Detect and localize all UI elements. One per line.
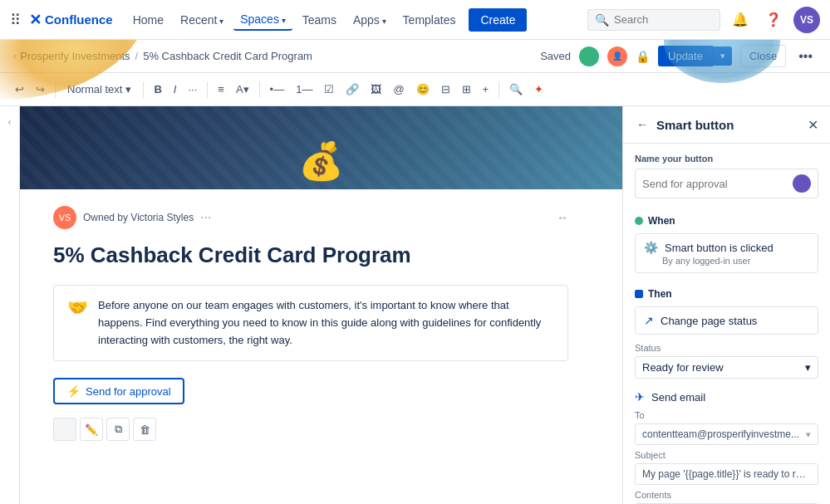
status-dropdown-icon: ▾ [805,361,811,374]
bullet-list-button[interactable]: •— [265,80,290,99]
copy-button[interactable]: ⧉ [106,418,130,441]
panel-back-button[interactable]: ← [635,116,650,133]
name-input[interactable] [642,178,788,190]
panel-close-button[interactable]: ✕ [808,117,818,133]
user-avatar[interactable]: VS [793,7,820,33]
bold-button[interactable]: B [149,80,166,99]
send-email-icon: ✈ [635,390,645,404]
search-bar[interactable]: 🔍 [587,9,720,31]
trigger-card-header: ⚙️ Smart button is clicked [644,241,809,254]
button-edit-toolbar: ✏️ ⧉ 🗑 [53,418,568,441]
edit-button[interactable]: ✏️ [80,418,103,441]
top-navigation: ⠿ ✕ Confluence Home Recent Spaces Teams … [0,0,830,40]
italic-button[interactable]: I [169,80,182,99]
when-section-header: When [623,208,830,230]
subject-label: Subject [635,450,818,460]
change-status-card[interactable]: ↗ Change page status [635,306,818,335]
owner-more-button[interactable]: ··· [200,210,211,225]
trigger-card[interactable]: ⚙️ Smart button is clicked By any logged… [635,233,818,273]
nav-templates[interactable]: Templates [396,10,463,30]
numbered-list-button[interactable]: 1— [291,80,317,99]
nav-apps[interactable]: Apps [346,10,393,30]
text-color-button[interactable]: A▾ [231,80,254,99]
when-indicator [635,217,643,225]
send-email-header: ✈ Send email [635,390,818,404]
search-input[interactable] [614,13,713,26]
expand-icon[interactable]: ↔ [557,211,568,224]
smart-button-widget[interactable]: ⚡ Send for approval [53,378,184,404]
info-box-emoji: 🤝 [67,297,88,349]
layout-button[interactable]: ⊞ [457,80,476,99]
logo-icon: ✕ [29,11,42,29]
page-content: VS Owned by Victoria Styles ··· ↔ 5% Cas… [20,189,602,458]
nav-recent[interactable]: Recent [174,10,230,30]
to-dropdown-icon: ▾ [806,429,811,440]
status-label: Status [635,343,818,353]
saved-status: Saved [540,50,571,62]
help-button[interactable]: ❓ [760,7,787,33]
mention-button[interactable]: @ [388,80,409,99]
more-options-button[interactable]: ••• [794,45,817,68]
collaborator-avatar [579,46,599,66]
info-box-text: Before anyone on our team engages with c… [98,297,554,349]
toolbar-separator-2 [143,81,144,98]
change-status-header: ↗ Change page status [644,314,809,327]
breadcrumb-current: 5% Cashback Credit Card Program [143,50,312,62]
page-title: 5% Cashback Credit Card Program [53,242,568,268]
smart-button-label: Send for approval [86,385,171,398]
drag-handle[interactable] [53,418,76,441]
lightning-icon: ⚡ [66,384,81,398]
logo-text: Confluence [45,12,113,27]
delete-button[interactable]: 🗑 [133,418,156,441]
then-indicator [635,290,643,298]
chevron-down-icon: ▾ [125,83,131,95]
name-input-avatar [793,174,811,193]
smart-button-icon[interactable]: ✦ [529,80,548,99]
nav-home[interactable]: Home [126,10,170,30]
create-button[interactable]: Create [469,8,527,32]
link-button[interactable]: 🔗 [341,80,364,99]
send-email-title: Send email [651,391,705,404]
editor-area: 💰 VS Owned by Victoria Styles ··· ↔ 5% C… [20,106,622,504]
more-formatting-button[interactable]: ··· [183,80,202,99]
task-list-button[interactable]: ☑ [319,80,339,99]
lock-icon[interactable]: 🔒 [636,50,650,63]
subject-input[interactable]: My page '{{page.title}}' is ready to rev… [635,463,818,485]
trigger-subtitle: By any logged-in user [662,256,809,266]
send-email-section: ✈ Send email To contentteam@prosperifyin… [623,384,830,504]
to-label: To [635,410,818,420]
when-label-text: When [648,215,675,227]
search-in-doc-button[interactable]: 🔍 [504,80,528,99]
grid-icon[interactable]: ⠿ [10,11,21,29]
smart-button-panel: ← Smart button ✕ Name your button When ⚙… [622,106,830,504]
panel-name-section: Name your button [623,144,830,208]
toolbar-separator-5 [498,81,499,98]
table-button[interactable]: ⊟ [436,80,455,99]
status-select[interactable]: Ready for review ▾ [635,356,818,379]
to-input[interactable]: contentteam@prosperifyinvestme... ▾ [635,423,818,445]
notifications-button[interactable]: 🔔 [727,7,754,33]
status-section: Status Ready for review ▾ [623,338,830,384]
change-status-icon: ↗ [644,314,654,327]
owner-avatar: VS [53,206,76,229]
image-button[interactable]: 🖼 [366,80,386,99]
status-value: Ready for review [642,361,724,374]
sidebar-toggle[interactable]: ‹ [0,106,20,504]
name-input-wrapper[interactable] [635,169,818,198]
then-section-header: Then [623,281,830,303]
align-button[interactable]: ≡ [213,80,229,99]
smart-button-container: ⚡ Send for approval ✏️ ⧉ 🗑 [53,378,568,441]
chevron-left-icon: ‹ [8,116,12,128]
trigger-title: Smart button is clicked [665,242,774,254]
change-status-title: Change page status [661,315,757,327]
toolbar-separator-3 [207,81,208,98]
name-label: Name your button [635,154,818,164]
then-label-text: Then [648,288,672,300]
breadcrumb-separator: / [135,50,139,62]
insert-more-button[interactable]: + [478,80,494,99]
contents-label: Contents [635,490,818,500]
nav-spaces[interactable]: Spaces [233,9,292,31]
confluence-logo[interactable]: ✕ Confluence [29,11,113,29]
emoji-button[interactable]: 😊 [411,80,435,99]
nav-teams[interactable]: Teams [296,10,343,30]
